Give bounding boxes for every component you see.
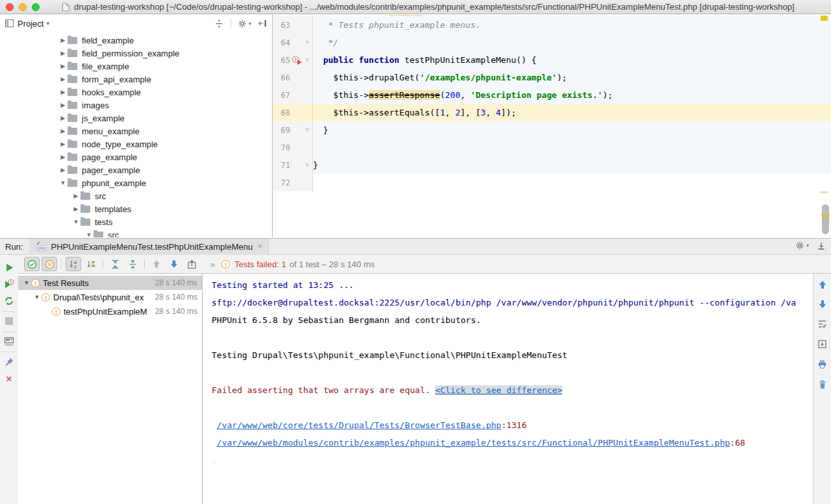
hide-icon[interactable] xyxy=(817,241,826,250)
hide-panel-icon[interactable] xyxy=(258,19,267,28)
expand-all-button[interactable] xyxy=(107,257,123,271)
error-stripe-mark[interactable] xyxy=(821,16,828,21)
minimize-window-button[interactable] xyxy=(19,3,27,11)
project-tree-item-js_example[interactable]: ▶js_example xyxy=(0,112,272,125)
chevron-collapsed-icon[interactable]: ▶ xyxy=(58,50,68,56)
sort-alpha-button[interactable]: az xyxy=(66,257,81,271)
fold-marker-icon[interactable]: ▽ xyxy=(303,40,312,45)
close-tab-icon[interactable]: × xyxy=(258,242,262,251)
project-tree-item-menu_example[interactable]: ▶menu_example xyxy=(0,125,272,138)
fold-marker-icon[interactable]: ▽ xyxy=(303,57,312,63)
test-tree-row[interactable]: ▼!Drupal\Tests\phpunit_ex28 s 140 ms xyxy=(18,290,202,304)
code-text[interactable]: } xyxy=(313,121,831,139)
code-text[interactable]: } xyxy=(313,156,831,174)
editor-scrollbar[interactable] xyxy=(822,204,829,234)
gutter[interactable]: 71▽ xyxy=(273,156,313,174)
chevron-collapsed-icon[interactable]: ▶ xyxy=(58,128,68,134)
project-tree-item-node_type_example[interactable]: ▶node_type_example xyxy=(0,138,272,150)
toggle-auto-test-button[interactable] xyxy=(0,293,18,309)
down-arrow-button[interactable] xyxy=(818,300,827,311)
chevron-collapsed-icon[interactable]: ▶ xyxy=(58,141,68,147)
code-text[interactable]: $this->assertResponse(200, 'Description … xyxy=(313,86,831,104)
project-tree-item-templates[interactable]: ▶templates xyxy=(0,202,272,215)
project-panel-title[interactable]: Project xyxy=(18,19,43,29)
run-tab[interactable]: ✓php PHPUnitExampleMenuTest.testPhpUnitE… xyxy=(29,239,269,255)
project-tree-item-field_example[interactable]: ▶field_example xyxy=(0,34,272,47)
test-console-output[interactable]: Testing started at 13:25 ...sftp://docke… xyxy=(203,274,813,504)
code-text[interactable]: $this->drupalGet('/examples/phpunit-exam… xyxy=(313,69,831,86)
close-button[interactable]: × xyxy=(0,370,18,387)
stop-button[interactable] xyxy=(0,313,18,330)
error-stripe-tick[interactable] xyxy=(820,191,828,193)
test-tree-row[interactable]: ▼!Test Results28 s 140 ms xyxy=(18,276,202,290)
gear-dropdown-icon[interactable]: ▾ xyxy=(795,241,809,250)
zoom-window-button[interactable] xyxy=(32,3,40,11)
code-editor[interactable]: 63 * Tests phpunit_example menus.64▽ */6… xyxy=(273,15,831,237)
show-passed-button[interactable] xyxy=(24,257,40,271)
code-text[interactable]: * Tests phpunit_example menus. xyxy=(313,16,831,34)
error-stripe-tick[interactable] xyxy=(821,215,830,217)
console-link[interactable]: /var/www/web/modules/contrib/examples/ph… xyxy=(217,438,730,448)
soft-wrap-button[interactable] xyxy=(817,319,827,331)
chevron-collapsed-icon[interactable]: ▶ xyxy=(58,167,68,173)
project-tree-item-pager_example[interactable]: ▶pager_example xyxy=(0,163,272,176)
rerun-failed-button[interactable]: ! xyxy=(0,276,18,293)
chevron-collapsed-icon[interactable]: ▶ xyxy=(58,37,68,43)
collapse-all-button[interactable] xyxy=(125,257,140,271)
close-window-button[interactable] xyxy=(6,3,14,11)
project-tree-item-file_example[interactable]: ▶file_example xyxy=(0,60,272,73)
restore-layout-button[interactable] xyxy=(0,333,18,350)
close-icon[interactable]: × xyxy=(6,374,12,383)
stop-icon[interactable] xyxy=(5,317,13,325)
show-ignored-button[interactable] xyxy=(42,257,57,271)
chevron-expanded-icon[interactable]: ▼ xyxy=(22,280,31,286)
gutter[interactable]: 65!▽ xyxy=(273,51,313,69)
chevron-collapsed-icon[interactable]: ▶ xyxy=(71,206,81,212)
chevron-collapsed-icon[interactable]: ▶ xyxy=(58,63,68,69)
code-text[interactable] xyxy=(313,174,831,191)
project-tree-item-src[interactable]: ▶src xyxy=(0,189,272,202)
project-tree-item-tests[interactable]: ▼tests xyxy=(0,215,272,228)
project-tree-item-phpunit_example[interactable]: ▼phpunit_example xyxy=(0,176,272,189)
fold-marker-icon[interactable]: ▽ xyxy=(303,127,312,133)
chevron-expanded-icon[interactable]: ▼ xyxy=(84,232,93,237)
chevron-collapsed-icon[interactable]: ▶ xyxy=(58,102,68,108)
rerun-icon[interactable] xyxy=(5,263,14,272)
up-arrow-button[interactable] xyxy=(818,280,827,292)
gutter[interactable]: 64▽ xyxy=(273,34,313,51)
scroll-to-end-button[interactable] xyxy=(817,339,827,352)
chevron-expanded-icon[interactable]: ▼ xyxy=(58,180,68,186)
gutter[interactable]: 70 xyxy=(273,139,313,156)
rerun-button[interactable] xyxy=(0,259,18,276)
clear-all-button[interactable] xyxy=(818,379,827,392)
chevron-collapsed-icon[interactable]: ▶ xyxy=(58,76,68,82)
chevron-collapsed-icon[interactable]: ▶ xyxy=(71,193,81,199)
collapse-all-icon[interactable] xyxy=(214,19,224,29)
project-tree-item-form_api_example[interactable]: ▶form_api_example xyxy=(0,73,272,86)
pin-icon[interactable] xyxy=(5,357,14,366)
project-tree-item-src[interactable]: ▼src xyxy=(0,228,272,237)
gear-dropdown-icon[interactable]: ▾ xyxy=(238,19,251,29)
pin-button[interactable] xyxy=(0,353,18,370)
prev-failed-button[interactable] xyxy=(149,257,164,271)
console-link[interactable]: <Click to see difference> xyxy=(435,385,562,395)
import-results-button[interactable] xyxy=(184,257,199,271)
project-tree-item-images[interactable]: ▶images xyxy=(0,99,272,112)
code-text[interactable]: public function testPhpUnitExampleMenu()… xyxy=(313,51,831,69)
gutter[interactable]: 72 xyxy=(273,174,313,191)
code-text[interactable]: */ xyxy=(313,34,831,51)
project-tree-item-field_permission_example[interactable]: ▶field_permission_example xyxy=(0,47,272,60)
code-text[interactable]: $this->assertEquals([1, 2], [3, 4]); xyxy=(313,104,831,121)
rerun-failed-icon[interactable]: ! xyxy=(4,279,14,289)
chevron-collapsed-icon[interactable]: ▶ xyxy=(58,115,68,121)
fold-marker-icon[interactable]: ▽ xyxy=(303,162,312,168)
code-text[interactable] xyxy=(313,139,831,156)
test-tree-row[interactable]: !testPhpUnitExampleM28 s 140 ms xyxy=(18,304,202,318)
chevron-collapsed-icon[interactable]: ▶ xyxy=(58,154,68,160)
restore-layout-icon[interactable] xyxy=(4,337,14,346)
chevron-more-icon[interactable]: » xyxy=(210,259,215,269)
gutter[interactable]: 67 xyxy=(273,86,313,104)
gutter[interactable]: 69▽ xyxy=(273,121,313,139)
project-tree-item-page_example[interactable]: ▶page_example xyxy=(0,150,272,163)
gutter[interactable]: 63 xyxy=(273,16,313,34)
